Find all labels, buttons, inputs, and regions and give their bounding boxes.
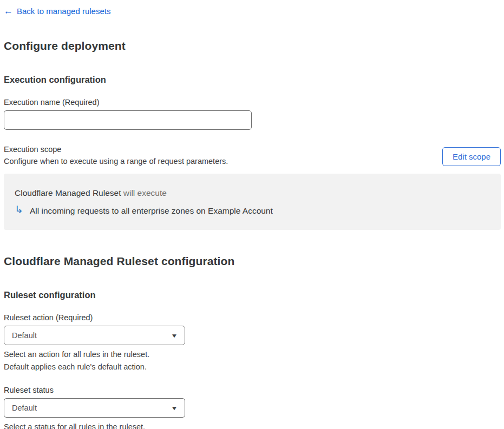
scope-summary-target: All incoming requests to all enterprise …: [30, 206, 273, 216]
page-title: Configure deployment: [4, 39, 501, 53]
ruleset-action-selected-value: Default: [12, 331, 37, 340]
scope-summary-suffix: will execute: [121, 188, 166, 197]
back-arrow-icon: ←: [4, 6, 13, 17]
execution-scope-text: Execution scope Configure when to execut…: [4, 144, 228, 167]
ruleset-action-help-line2: Default applies each rule's default acti…: [4, 361, 501, 373]
scope-summary-headline: Cloudflare Managed Ruleset will execute: [15, 188, 490, 198]
ruleset-configuration-title: Cloudflare Managed Ruleset configuration: [4, 254, 501, 268]
execution-configuration-heading: Execution configuration: [4, 74, 501, 85]
hook-arrow-icon: ↳: [15, 204, 23, 215]
scope-summary-panel: Cloudflare Managed Ruleset will execute …: [4, 174, 501, 230]
execution-name-input[interactable]: [4, 110, 252, 130]
ruleset-status-help-line1: Select a status for all rules in the rul…: [4, 421, 501, 429]
back-link-label: Back to managed rulesets: [17, 6, 110, 17]
scope-summary-ruleset-name: Cloudflare Managed Ruleset: [15, 188, 121, 197]
execution-scope-description: Configure when to execute using a range …: [4, 156, 228, 167]
ruleset-action-select[interactable]: Default ▼: [4, 326, 185, 345]
execution-scope-label: Execution scope: [4, 144, 228, 155]
chevron-down-icon: ▼: [171, 333, 178, 339]
chevron-down-icon: ▼: [171, 405, 178, 411]
ruleset-status-label: Ruleset status: [4, 385, 501, 395]
configure-deployment-page: ← Back to managed rulesets Configure dep…: [0, 0, 504, 429]
execution-scope-row: Execution scope Configure when to execut…: [4, 144, 501, 167]
ruleset-action-label: Ruleset action (Required): [4, 312, 501, 323]
ruleset-configuration-subheading: Ruleset configuration: [4, 289, 501, 301]
ruleset-status-selected-value: Default: [12, 404, 37, 412]
scope-summary-target-row: ↳ All incoming requests to all enterpris…: [15, 206, 490, 216]
edit-scope-button[interactable]: Edit scope: [442, 147, 501, 166]
execution-name-label: Execution name (Required): [4, 97, 501, 108]
back-to-managed-rulesets-link[interactable]: ← Back to managed rulesets: [4, 6, 110, 17]
ruleset-status-select[interactable]: Default ▼: [4, 398, 185, 418]
ruleset-action-help-line1: Select an action for all rules in the ru…: [4, 348, 501, 361]
